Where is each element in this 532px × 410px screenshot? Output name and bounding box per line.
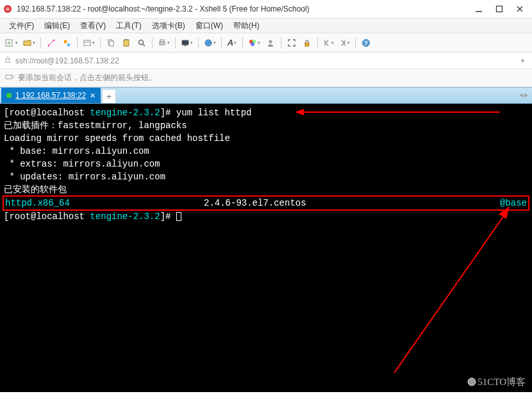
- svg-point-1: [6, 7, 10, 11]
- prev-button[interactable]: ▾: [321, 36, 336, 50]
- menu-window[interactable]: 窗口(W): [190, 19, 228, 33]
- svg-point-30: [269, 40, 272, 43]
- reconnect-button[interactable]: [44, 36, 58, 50]
- info-icon: [5, 72, 14, 83]
- lock-icon: [4, 56, 12, 65]
- menu-tools[interactable]: 工具(T): [111, 19, 146, 33]
- svg-rect-22: [160, 42, 165, 45]
- tab-label: 1 192.168.57.138:22: [15, 91, 86, 100]
- find-button[interactable]: [135, 36, 149, 50]
- svg-point-20: [139, 40, 144, 44]
- svg-point-29: [251, 42, 254, 46]
- maximize-button[interactable]: [495, 4, 504, 13]
- disconnect-button[interactable]: [60, 36, 74, 50]
- svg-point-13: [67, 43, 71, 46]
- terminal-line: 已加载插件：fastestmirror, langpacks: [4, 119, 528, 132]
- menu-tabs[interactable]: 选项卡(B): [147, 19, 190, 33]
- copy-button[interactable]: [104, 36, 118, 50]
- svg-rect-23: [160, 40, 164, 42]
- svg-line-21: [143, 44, 145, 46]
- terminal-line: * updates: mirrors.aliyun.com: [4, 170, 528, 183]
- separator: [175, 37, 176, 49]
- terminal[interactable]: [root@localhost tengine-2.3.2]# yum list…: [0, 104, 532, 392]
- screen-button[interactable]: ▾: [179, 36, 195, 50]
- address-dropdown[interactable]: ▾: [521, 57, 528, 64]
- svg-rect-24: [182, 40, 188, 45]
- new-session-button[interactable]: ▾: [3, 36, 20, 50]
- svg-rect-3: [497, 6, 503, 12]
- titlebar: 192.168.57.138:22 - root@localhost:~/ten…: [0, 0, 532, 18]
- watermark-icon: [467, 377, 476, 386]
- separator: [40, 37, 41, 49]
- tab-session-1[interactable]: 1 192.168.57.138:22 ✕: [1, 88, 101, 103]
- print-button[interactable]: ▾: [156, 36, 172, 50]
- tab-prev-icon[interactable]: ◂: [519, 90, 523, 99]
- separator: [100, 37, 101, 49]
- terminal-line: [root@localhost tengine-2.3.2]# yum list…: [4, 106, 528, 119]
- open-button[interactable]: ▾: [21, 36, 37, 50]
- user-button[interactable]: [263, 36, 278, 50]
- separator: [355, 37, 356, 49]
- app-icon: [3, 4, 13, 14]
- highlighted-output: httpd.x86_642.4.6-93.el7.centos@base: [3, 195, 529, 211]
- separator: [77, 37, 78, 49]
- svg-rect-14: [84, 40, 90, 45]
- info-text: 要添加当前会话，点击左侧的箭头按钮。: [18, 72, 156, 83]
- toolbar: ▾ ▾ ▾ ▾ ▾ ▾ A▾ ▾ ▾ ▾ ?: [0, 33, 532, 53]
- next-button[interactable]: ▾: [337, 36, 352, 50]
- paste-button[interactable]: [119, 36, 133, 50]
- separator: [242, 37, 243, 49]
- separator: [221, 37, 222, 49]
- terminal-line: 已安装的软件包: [4, 183, 528, 196]
- separator: [317, 37, 318, 49]
- color-button[interactable]: ▾: [246, 36, 262, 50]
- svg-rect-25: [184, 45, 187, 46]
- tab-add-button[interactable]: +: [102, 89, 116, 103]
- separator: [198, 37, 199, 49]
- font-button[interactable]: A▾: [225, 36, 239, 50]
- window-controls: [474, 4, 529, 13]
- svg-rect-17: [110, 41, 113, 46]
- svg-rect-31: [305, 43, 309, 46]
- fullscreen-button[interactable]: [285, 36, 299, 50]
- svg-rect-19: [125, 39, 128, 40]
- terminal-line: Loading mirror speeds from cached hostfi…: [4, 132, 528, 145]
- lock-button[interactable]: [300, 36, 314, 50]
- tab-nav: ◂ ▸: [519, 90, 528, 99]
- terminal-line: * base: mirrors.aliyun.com: [4, 145, 528, 158]
- help-button[interactable]: ?: [359, 36, 373, 50]
- menu-help[interactable]: 帮助(H): [228, 19, 265, 33]
- annotation-arrow-2: [353, 206, 513, 373]
- connection-status-icon: [6, 93, 12, 98]
- separator: [152, 37, 153, 49]
- address-text: ssh://root@192.168.57.138:22: [15, 56, 119, 65]
- tab-close-button[interactable]: ✕: [90, 92, 96, 100]
- svg-text:?: ?: [364, 40, 368, 46]
- svg-rect-36: [6, 60, 10, 63]
- tab-next-icon[interactable]: ▸: [524, 90, 528, 99]
- svg-point-11: [53, 39, 55, 41]
- window-title: 192.168.57.138:22 - root@localhost:~/ten…: [17, 4, 474, 13]
- close-button[interactable]: [515, 4, 524, 13]
- globe-button[interactable]: ▾: [202, 36, 218, 50]
- menu-edit[interactable]: 编辑(E): [39, 19, 75, 33]
- properties-button[interactable]: ▾: [81, 36, 97, 50]
- terminal-line: [root@localhost tengine-2.3.2]#: [4, 210, 528, 223]
- menubar: 文件(F) 编辑(E) 查看(V) 工具(T) 选项卡(B) 窗口(W) 帮助(…: [0, 18, 532, 33]
- cursor: [176, 212, 181, 221]
- terminal-line: * extras: mirrors.aliyun.com: [4, 158, 528, 170]
- menu-file[interactable]: 文件(F): [4, 19, 39, 33]
- menu-view[interactable]: 查看(V): [75, 19, 111, 33]
- watermark: 51CTO博客: [467, 375, 526, 388]
- infobar: 要添加当前会话，点击左侧的箭头按钮。: [0, 69, 532, 87]
- svg-line-39: [394, 214, 505, 373]
- svg-point-12: [64, 40, 67, 43]
- svg-rect-18: [124, 40, 129, 46]
- separator: [281, 37, 281, 49]
- svg-line-9: [49, 40, 54, 45]
- svg-point-10: [48, 44, 50, 46]
- minimize-button[interactable]: [474, 4, 483, 13]
- tabstrip: 1 192.168.57.138:22 ✕ + ◂ ▸: [0, 87, 532, 104]
- addressbar[interactable]: ssh://root@192.168.57.138:22 ▾: [0, 53, 532, 69]
